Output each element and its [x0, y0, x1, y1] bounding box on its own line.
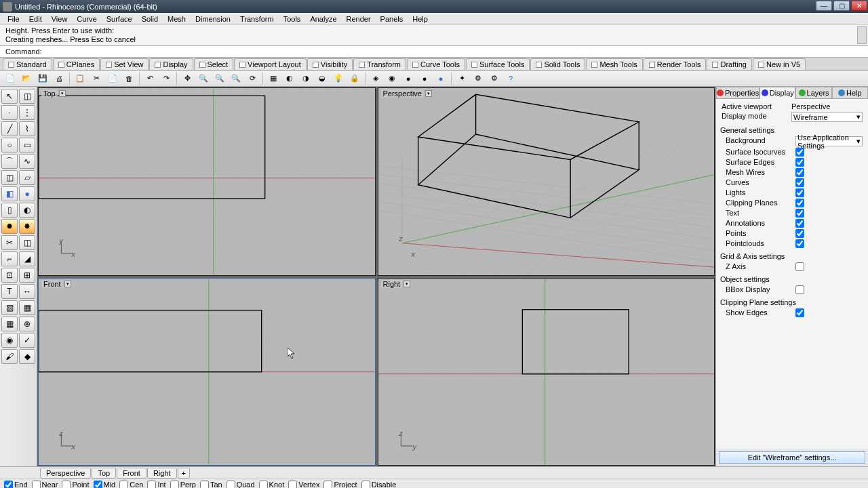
- sphere-icon[interactable]: ●: [433, 72, 448, 85]
- menu-surface[interactable]: Surface: [102, 15, 137, 23]
- menu-panels[interactable]: Panels: [376, 15, 408, 23]
- zoom-icon[interactable]: 🔍: [196, 72, 211, 85]
- show-edges-checkbox[interactable]: [795, 308, 804, 317]
- viewport-label[interactable]: Perspective: [381, 89, 424, 98]
- viewport-menu-icon[interactable]: ▾: [403, 281, 410, 287]
- save-icon[interactable]: 💾: [35, 72, 50, 85]
- xray-icon[interactable]: ◒: [315, 72, 330, 85]
- tab-display[interactable]: Display: [149, 58, 193, 70]
- command-line[interactable]: Command:: [0, 46, 868, 58]
- offset-tool-icon[interactable]: ⊡: [1, 268, 18, 283]
- star-icon[interactable]: ✦: [454, 72, 469, 85]
- cut-icon[interactable]: ✂: [89, 72, 104, 85]
- material-tool-icon[interactable]: ◆: [19, 349, 35, 364]
- extrude-tool-icon[interactable]: ▯: [1, 203, 18, 218]
- sphere-tool-icon[interactable]: ●: [19, 186, 35, 201]
- tab-viewport-layout[interactable]: Viewport Layout: [234, 58, 307, 70]
- tab-select[interactable]: Select: [194, 58, 234, 70]
- menu-curve[interactable]: Curve: [72, 15, 101, 23]
- ghosted-icon[interactable]: ◑: [298, 72, 313, 85]
- display-checkbox[interactable]: [795, 239, 804, 248]
- explode-tool-icon[interactable]: ✹: [1, 219, 18, 234]
- text-tool-icon[interactable]: T: [1, 284, 18, 299]
- viewport-perspective[interactable]: Perspective▾ z x: [378, 87, 715, 276]
- shade-icon[interactable]: ◐: [282, 72, 297, 85]
- viewport-front[interactable]: Front▾ z x: [38, 278, 376, 466]
- osnap-project[interactable]: Project: [323, 481, 357, 489]
- tab-surface-tools[interactable]: Surface Tools: [466, 58, 530, 70]
- layers-icon[interactable]: ◈: [368, 72, 383, 85]
- properties-icon[interactable]: ⚙: [487, 72, 502, 85]
- minimize-button[interactable]: —: [816, 1, 832, 11]
- menu-file[interactable]: File: [3, 15, 24, 23]
- osnap-end[interactable]: End: [4, 481, 28, 489]
- grid-tool-icon[interactable]: ▦: [1, 317, 18, 331]
- render-icon[interactable]: 💡: [331, 72, 346, 85]
- revolve-tool-icon[interactable]: ◐: [19, 203, 35, 218]
- menu-mesh[interactable]: Mesh: [163, 15, 191, 23]
- osnap-tan[interactable]: Tan: [200, 481, 222, 489]
- curve-tool-icon[interactable]: ∿: [19, 154, 35, 169]
- menu-help[interactable]: Help: [408, 15, 433, 23]
- history-scrollbar[interactable]: [857, 26, 867, 44]
- lock-icon[interactable]: 🔒: [347, 72, 362, 85]
- copy-icon[interactable]: 📋: [73, 72, 87, 85]
- chamfer-tool-icon[interactable]: ◢: [19, 251, 35, 266]
- viewport-menu-icon[interactable]: ▾: [425, 90, 432, 97]
- menu-solid[interactable]: Solid: [137, 15, 163, 23]
- view-tab[interactable]: Perspective: [40, 468, 91, 479]
- menu-edit[interactable]: Edit: [24, 15, 47, 23]
- rotate-view-icon[interactable]: ⟳: [245, 72, 260, 85]
- join-tool-icon[interactable]: ✸: [19, 219, 35, 234]
- surface-tool-icon[interactable]: ◫: [1, 170, 18, 185]
- osnap-near[interactable]: Near: [32, 481, 58, 489]
- tab-render-tools[interactable]: Render Tools: [644, 58, 707, 70]
- osnap-point[interactable]: Point: [62, 481, 89, 489]
- osnap-knot[interactable]: Knot: [259, 481, 285, 489]
- trim-tool-icon[interactable]: ✂: [1, 235, 18, 250]
- panel-tab-help[interactable]: Help: [832, 87, 868, 99]
- box-tool-icon[interactable]: ◧: [1, 186, 18, 201]
- tab-cplanes[interactable]: CPlanes: [53, 58, 100, 70]
- maximize-button[interactable]: ▢: [833, 1, 850, 11]
- panel-tab-display[interactable]: Display: [760, 87, 795, 99]
- viewport-menu-icon[interactable]: ▾: [64, 281, 71, 287]
- line-tool-icon[interactable]: ╱: [1, 121, 18, 136]
- point-tool-icon[interactable]: ·: [1, 105, 18, 120]
- loft-tool-icon[interactable]: ▱: [19, 170, 35, 185]
- tab-new-v5[interactable]: New in V5: [753, 58, 806, 70]
- tab-drafting[interactable]: Drafting: [707, 58, 752, 70]
- env-icon[interactable]: ●: [417, 72, 432, 85]
- display-checkbox[interactable]: [795, 219, 804, 228]
- cplane-icon[interactable]: ▦: [266, 72, 281, 85]
- tab-solid-tools[interactable]: Solid Tools: [530, 58, 585, 70]
- zoom-window-icon[interactable]: 🔍: [212, 72, 227, 85]
- array-tool-icon[interactable]: ⊞: [19, 268, 35, 283]
- circle-tool-icon[interactable]: ○: [1, 138, 18, 152]
- panel-tab-properties[interactable]: Properties: [716, 87, 760, 99]
- new-icon[interactable]: 📄: [3, 72, 18, 85]
- zoom-extents-icon[interactable]: 🔍: [229, 72, 243, 85]
- paste-icon[interactable]: 📄: [105, 72, 120, 85]
- check-tool-icon[interactable]: ✓: [19, 333, 35, 348]
- viewport-right[interactable]: Right▾ z y: [378, 278, 715, 466]
- display-checkbox[interactable]: [795, 168, 804, 177]
- edit-settings-button[interactable]: Edit "Wireframe" settings...: [719, 451, 865, 464]
- osnap-perp[interactable]: Perp: [170, 481, 196, 489]
- menu-tools[interactable]: Tools: [279, 15, 306, 23]
- panel-tab-layers[interactable]: Layers: [795, 87, 831, 99]
- osnap-cen[interactable]: Cen: [119, 481, 143, 489]
- bbox-checkbox[interactable]: [795, 285, 804, 294]
- undo-icon[interactable]: ↶: [142, 72, 157, 85]
- zaxis-checkbox[interactable]: [795, 262, 804, 271]
- help-icon[interactable]: ?: [503, 72, 518, 85]
- dim-tool-icon[interactable]: ↔: [19, 284, 35, 299]
- menu-dimension[interactable]: Dimension: [191, 15, 235, 23]
- viewport-label[interactable]: Front: [41, 280, 63, 288]
- view-tab[interactable]: Front: [117, 468, 146, 479]
- render3-tool-icon[interactable]: ◉: [1, 333, 18, 348]
- split-tool-icon[interactable]: ◫: [19, 235, 35, 250]
- select-tool-icon[interactable]: ↖: [1, 89, 18, 104]
- hatch-tool-icon[interactable]: ▨: [1, 300, 18, 315]
- view-tab[interactable]: Top: [92, 468, 116, 479]
